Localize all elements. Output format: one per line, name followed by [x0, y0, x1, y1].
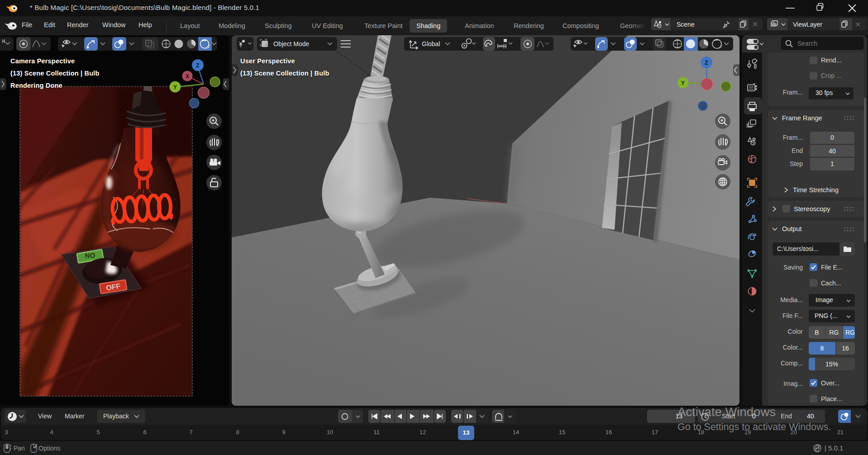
- svg-text:Y: Y: [681, 80, 685, 86]
- svg-text:Z: Z: [705, 60, 708, 66]
- svg-text:X: X: [186, 73, 189, 80]
- svg-text:Options: Options: [38, 445, 60, 452]
- svg-text:Object Mode: Object Mode: [273, 40, 310, 47]
- svg-text:Pan: Pan: [14, 445, 25, 452]
- svg-text:Y: Y: [173, 84, 177, 90]
- svg-text:| 5.0.1: | 5.0.1: [825, 444, 843, 452]
- svg-text:Z: Z: [196, 62, 199, 69]
- svg-text:Global: Global: [422, 40, 440, 47]
